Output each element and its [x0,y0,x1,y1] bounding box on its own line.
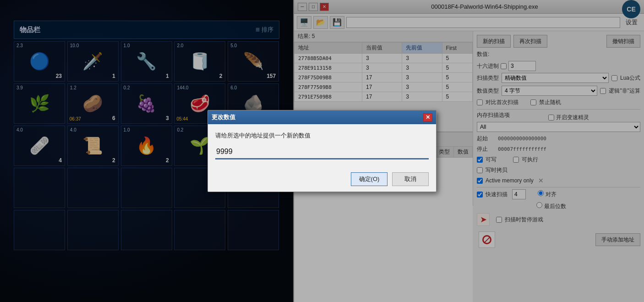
dialog-prompt: 请给所选中的地址提供一个新的数值 [215,132,429,140]
dialog-titlebar: 更改数值 ✕ [208,110,436,124]
cancel-btn[interactable]: 取消 [392,172,429,186]
dialog-close-btn[interactable]: ✕ [423,113,432,121]
dialog-title: 更改数值 [212,113,235,121]
dialog-overlay: 更改数值 ✕ 请给所选中的地址提供一个新的数值 确定(O) 取消 [0,0,644,302]
ok-btn[interactable]: 确定(O) [351,172,387,186]
dialog-body: 请给所选中的地址提供一个新的数值 [208,124,436,167]
change-value-dialog: 更改数值 ✕ 请给所选中的地址提供一个新的数值 确定(O) 取消 [207,110,437,192]
dialog-input[interactable] [215,145,429,159]
dialog-footer: 确定(O) 取消 [208,167,436,192]
